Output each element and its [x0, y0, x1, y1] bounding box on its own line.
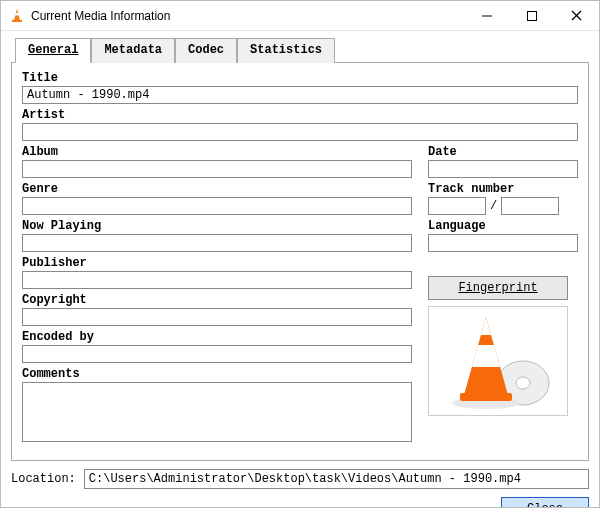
track-number-b-input[interactable]: [501, 197, 559, 215]
album-label: Album: [22, 145, 412, 159]
comments-input[interactable]: [22, 382, 412, 442]
close-window-button[interactable]: [554, 1, 599, 30]
date-input[interactable]: [428, 160, 578, 178]
location-input[interactable]: [84, 469, 589, 489]
title-label: Title: [22, 71, 578, 85]
maximize-button[interactable]: [509, 1, 554, 30]
track-number-label: Track number: [428, 182, 578, 196]
close-button-label: Close: [527, 502, 563, 508]
svg-rect-4: [527, 11, 536, 20]
svg-point-8: [516, 377, 530, 389]
encoded-by-input[interactable]: [22, 345, 412, 363]
copyright-input[interactable]: [22, 308, 412, 326]
now-playing-input[interactable]: [22, 234, 412, 252]
svg-marker-11: [481, 317, 491, 335]
comments-label: Comments: [22, 367, 412, 381]
tab-codec[interactable]: Codec: [175, 38, 237, 63]
date-label: Date: [428, 145, 578, 159]
tab-general[interactable]: General: [15, 38, 91, 63]
minimize-button[interactable]: [464, 1, 509, 30]
svg-marker-12: [472, 345, 500, 367]
copyright-label: Copyright: [22, 293, 412, 307]
language-label: Language: [428, 219, 578, 233]
publisher-input[interactable]: [22, 271, 412, 289]
close-button[interactable]: Close: [501, 497, 589, 508]
app-icon: [9, 8, 25, 24]
publisher-label: Publisher: [22, 256, 412, 270]
tab-bar: General Metadata Codec Statistics: [15, 37, 589, 62]
svg-rect-2: [12, 20, 22, 22]
genre-label: Genre: [22, 182, 412, 196]
track-number-a-input[interactable]: [428, 197, 486, 215]
fingerprint-button[interactable]: Fingerprint: [428, 276, 568, 300]
encoded-by-label: Encoded by: [22, 330, 412, 344]
artist-input[interactable]: [22, 123, 578, 141]
location-label: Location:: [11, 472, 76, 486]
window-buttons: [464, 1, 599, 30]
window-title: Current Media Information: [31, 9, 464, 23]
tab-general-body: Title Artist Album Date Genre Track num: [11, 62, 589, 461]
title-input[interactable]: [22, 86, 578, 104]
artist-label: Artist: [22, 108, 578, 122]
album-input[interactable]: [22, 160, 412, 178]
tab-metadata[interactable]: Metadata: [91, 38, 175, 63]
svg-rect-13: [460, 393, 512, 401]
cover-art-placeholder-icon: [428, 306, 568, 416]
language-input[interactable]: [428, 234, 578, 252]
track-separator: /: [490, 199, 497, 213]
titlebar: Current Media Information: [1, 1, 599, 31]
genre-input[interactable]: [22, 197, 412, 215]
svg-rect-1: [14, 13, 20, 15]
now-playing-label: Now Playing: [22, 219, 412, 233]
tab-statistics[interactable]: Statistics: [237, 38, 335, 63]
